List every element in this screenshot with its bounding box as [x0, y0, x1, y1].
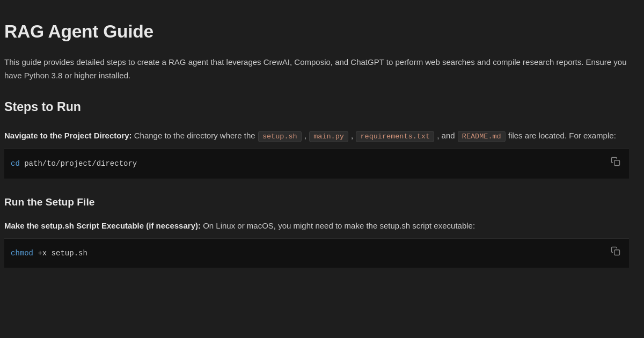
inline-code-setup-sh: setup.sh [258, 131, 302, 142]
intro-text: This guide provides detailed steps to cr… [4, 56, 629, 83]
comma-1: , [304, 131, 309, 140]
copy-button-cd[interactable] [610, 156, 621, 169]
cd-keyword: cd [11, 159, 20, 168]
inline-code-readme: README.md [458, 131, 506, 142]
code-content-chmod: chmod +x setup.sh [11, 247, 602, 259]
code-block-chmod: chmod +x setup.sh [4, 238, 629, 268]
chmod-keyword: chmod [11, 249, 33, 258]
svg-rect-0 [614, 160, 620, 166]
step-chmod-strong: Make the setup.sh Script Executable (if … [4, 221, 201, 230]
step-navigate-strong: Navigate to the Project Directory: [4, 131, 132, 140]
page-title: RAG Agent Guide [4, 17, 629, 46]
code-content-cd: cd path/to/project/directory [11, 158, 602, 170]
svg-rect-1 [614, 250, 620, 255]
code-block-cd: cd path/to/project/directory [4, 149, 629, 179]
cd-path: path/to/project/directory [20, 159, 137, 168]
inline-code-main-py: main.py [309, 131, 348, 142]
section-title-steps: Steps to Run [4, 97, 629, 117]
inline-code-requirements: requirements.txt [356, 131, 434, 142]
page-container: RAG Agent Guide This guide provides deta… [0, 0, 644, 300]
copy-icon [611, 157, 620, 166]
step-navigate-suffix: files are located. For example: [508, 131, 616, 140]
step-chmod-label: Make the setup.sh Script Executable (if … [4, 219, 629, 233]
comma-2: , [351, 131, 355, 140]
step-navigate-text: Change to the directory where the [134, 131, 258, 140]
chmod-rest: +x setup.sh [33, 249, 87, 258]
step-navigate-label: Navigate to the Project Directory: Chang… [4, 129, 629, 143]
comma-and: , [437, 131, 441, 140]
copy-icon-2 [611, 246, 620, 256]
section-title-setup: Run the Setup File [4, 194, 629, 211]
copy-button-chmod[interactable] [610, 245, 621, 259]
step-navigate: Navigate to the Project Directory: Chang… [4, 129, 629, 179]
and-text: and [442, 131, 455, 140]
step-chmod-text: On Linux or macOS, you might need to mak… [203, 221, 475, 230]
step-chmod: Make the setup.sh Script Executable (if … [4, 219, 629, 268]
